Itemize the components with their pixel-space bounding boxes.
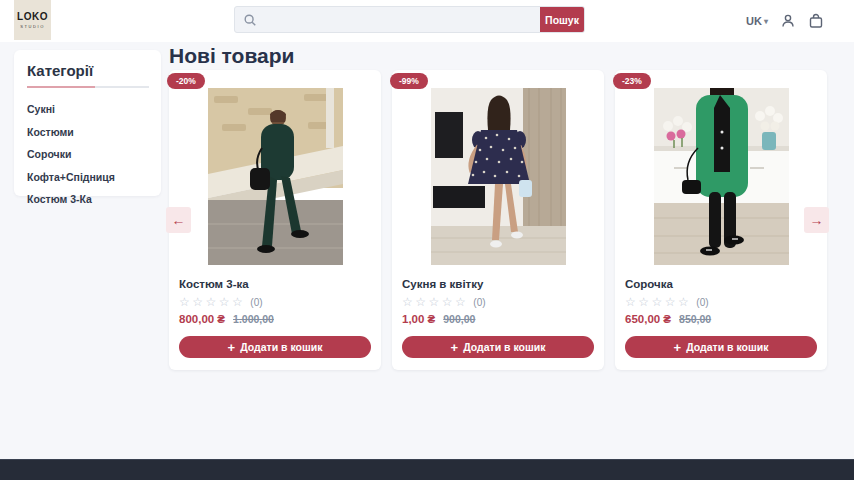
storefront-page: LOKO STUDIO Пошук UK ▾ Категорії — [0, 0, 854, 480]
product-rating: ☆☆☆☆☆ (0) — [625, 295, 817, 309]
arrow-right-icon: → — [810, 212, 824, 228]
product-price-row: 1,00 ₴ 900,00 — [402, 313, 594, 325]
star-rating-icons: ☆☆☆☆☆ — [179, 295, 245, 309]
language-code: UK — [746, 15, 762, 27]
search-input[interactable] — [235, 7, 540, 32]
user-account-icon[interactable] — [780, 13, 796, 29]
categories-sidebar: Категорії Сукні Костюми Сорочки Кофта+Сп… — [14, 50, 161, 196]
price-current: 800,00 ₴ — [179, 313, 225, 325]
product-card: -20% — [169, 70, 381, 370]
arrow-left-icon: ← — [172, 212, 186, 228]
logo-name: LOKO — [17, 12, 48, 22]
price-current: 1,00 ₴ — [402, 313, 435, 325]
product-price-row: 650,00 ₴ 850,00 — [625, 313, 817, 325]
product-carousel: -20% — [169, 70, 827, 370]
product-rating: ☆☆☆☆☆ (0) — [179, 295, 371, 309]
footer — [0, 459, 854, 480]
price-old: 850,00 — [679, 313, 711, 325]
header: LOKO STUDIO Пошук UK ▾ — [0, 0, 854, 42]
add-to-cart-button[interactable]: + Додати в кошик — [179, 336, 371, 358]
price-current: 650,00 ₴ — [625, 313, 671, 325]
product-title[interactable]: Сорочка — [625, 278, 817, 290]
plus-icon: + — [674, 341, 682, 354]
price-old: 1.000,00 — [233, 313, 274, 325]
sidebar-item-kostyum-3ka[interactable]: Костюм 3-Ка — [27, 188, 149, 211]
sidebar-item-kofta-spidnytsya[interactable]: Кофта+Спідниця — [27, 166, 149, 189]
rating-count: (0) — [696, 297, 708, 308]
price-old: 900,00 — [443, 313, 475, 325]
search-bar: Пошук — [234, 6, 585, 33]
product-title[interactable]: Сукня в квітку — [402, 278, 594, 290]
rating-count: (0) — [473, 297, 485, 308]
product-card: -23% — [615, 70, 827, 370]
product-image[interactable] — [431, 88, 566, 265]
categories-title: Категорії — [27, 62, 149, 79]
search-button[interactable]: Пошук — [540, 7, 584, 32]
discount-badge: -99% — [390, 73, 428, 89]
carousel-next-button[interactable]: → — [804, 207, 829, 233]
add-to-cart-label: Додати в кошик — [463, 341, 545, 353]
product-price-row: 800,00 ₴ 1.000,00 — [179, 313, 371, 325]
add-to-cart-button[interactable]: + Додати в кошик — [402, 336, 594, 358]
logo-subtitle: STUDIO — [20, 24, 45, 29]
add-to-cart-button[interactable]: + Додати в кошик — [625, 336, 817, 358]
star-rating-icons: ☆☆☆☆☆ — [625, 295, 691, 309]
product-title[interactable]: Костюм 3-ка — [179, 278, 371, 290]
plus-icon: + — [451, 341, 459, 354]
divider — [27, 86, 149, 88]
carousel-prev-button[interactable]: ← — [166, 207, 191, 233]
add-to-cart-label: Додати в кошик — [240, 341, 322, 353]
sidebar-item-sukni[interactable]: Сукні — [27, 98, 149, 121]
product-image[interactable] — [654, 88, 789, 265]
chevron-down-icon: ▾ — [764, 17, 768, 26]
sidebar-item-kostyumy[interactable]: Костюми — [27, 121, 149, 144]
search-icon — [243, 13, 257, 27]
page-title: Нові товари — [169, 44, 294, 68]
cart-bag-icon[interactable] — [808, 13, 824, 29]
sidebar-item-sorochky[interactable]: Сорочки — [27, 143, 149, 166]
plus-icon: + — [228, 341, 236, 354]
header-actions: UK ▾ — [746, 0, 824, 42]
discount-badge: -23% — [613, 73, 651, 89]
language-selector[interactable]: UK ▾ — [746, 15, 768, 27]
rating-count: (0) — [250, 297, 262, 308]
discount-badge: -20% — [167, 73, 205, 89]
product-image[interactable] — [208, 88, 343, 265]
add-to-cart-label: Додати в кошик — [686, 341, 768, 353]
logo[interactable]: LOKO STUDIO — [14, 0, 51, 40]
product-rating: ☆☆☆☆☆ (0) — [402, 295, 594, 309]
product-card: -99% — [392, 70, 604, 370]
star-rating-icons: ☆☆☆☆☆ — [402, 295, 468, 309]
